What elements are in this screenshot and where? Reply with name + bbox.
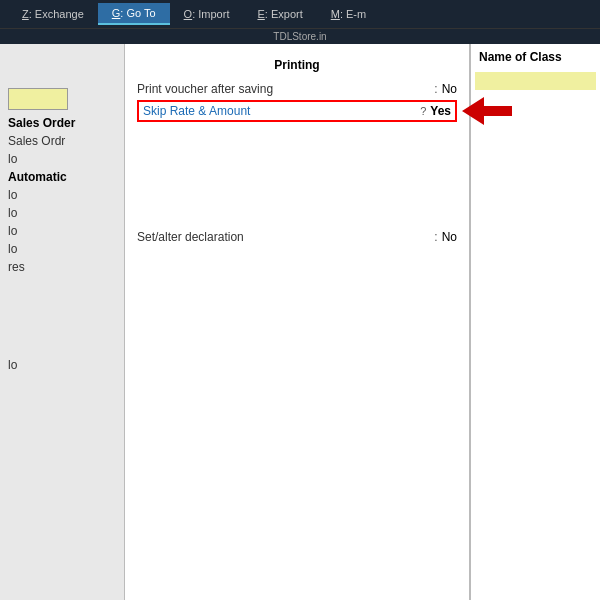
tdl-bar: TDLStore.in xyxy=(0,28,600,44)
declaration-sep: : xyxy=(434,230,437,244)
sidebar-item-lo1[interactable]: lo xyxy=(0,150,124,168)
menu-exchange[interactable]: Z: Exchange xyxy=(8,4,98,24)
yellow-strip xyxy=(475,72,596,90)
tdl-store-label: TDLStore.in xyxy=(273,31,326,42)
sidebar-item-lo6[interactable]: lo xyxy=(0,356,124,374)
menu-export-label: E: Export xyxy=(257,8,302,20)
right-panel: Name of Class xyxy=(470,44,600,600)
menu-goto-label: G: Go To xyxy=(112,7,156,19)
menu-em-label: M: E-m xyxy=(331,8,366,20)
printing-section: Printing Print voucher after saving : No… xyxy=(125,44,469,132)
skip-rate-label: Skip Rate & Amount xyxy=(143,104,420,118)
menu-bar: Z: Exchange G: Go To O: Import E: Export… xyxy=(0,0,600,28)
menu-export[interactable]: E: Export xyxy=(243,4,316,24)
sidebar-item-lo4[interactable]: lo xyxy=(0,222,124,240)
print-voucher-row: Print voucher after saving : No xyxy=(137,80,457,98)
skip-rate-row[interactable]: Skip Rate & Amount ? Yes xyxy=(137,100,457,122)
center-panel: Printing Print voucher after saving : No… xyxy=(125,44,470,600)
sidebar-top-input[interactable] xyxy=(8,88,68,110)
sidebar-item-res[interactable]: res xyxy=(0,258,124,276)
print-voucher-value: No xyxy=(442,82,457,96)
sidebar-item-lo2[interactable]: lo xyxy=(0,186,124,204)
menu-import-label: O: Import xyxy=(184,8,230,20)
menu-em[interactable]: M: E-m xyxy=(317,4,380,24)
declaration-label: Set/alter declaration xyxy=(137,230,430,244)
declaration-row: Set/alter declaration : No xyxy=(137,228,457,246)
print-voucher-label: Print voucher after saving xyxy=(137,82,430,96)
red-arrow xyxy=(462,97,512,125)
sidebar-item-sales-ordr[interactable]: Sales Ordr xyxy=(0,132,124,150)
printing-title: Printing xyxy=(137,52,457,80)
sidebar-item-lo3[interactable]: lo xyxy=(0,204,124,222)
print-voucher-sep: : xyxy=(434,82,437,96)
menu-goto[interactable]: G: Go To xyxy=(98,3,170,25)
sidebar-item-sales-order[interactable]: Sales Order xyxy=(0,114,124,132)
sidebar-item-automatic[interactable]: Automatic xyxy=(0,168,124,186)
main-area: Sales Order Sales Ordr lo Automatic lo l… xyxy=(0,44,600,600)
declaration-value: No xyxy=(442,230,457,244)
right-panel-header: Name of Class xyxy=(471,44,600,70)
svg-marker-0 xyxy=(462,97,512,125)
sidebar: Sales Order Sales Ordr lo Automatic lo l… xyxy=(0,44,125,600)
sidebar-item-lo5[interactable]: lo xyxy=(0,240,124,258)
declaration-section: Set/alter declaration : No xyxy=(125,212,469,254)
menu-exchange-label: Z: Exchange xyxy=(22,8,84,20)
skip-rate-sep: ? xyxy=(420,105,426,117)
skip-rate-value: Yes xyxy=(430,104,451,118)
menu-import[interactable]: O: Import xyxy=(170,4,244,24)
